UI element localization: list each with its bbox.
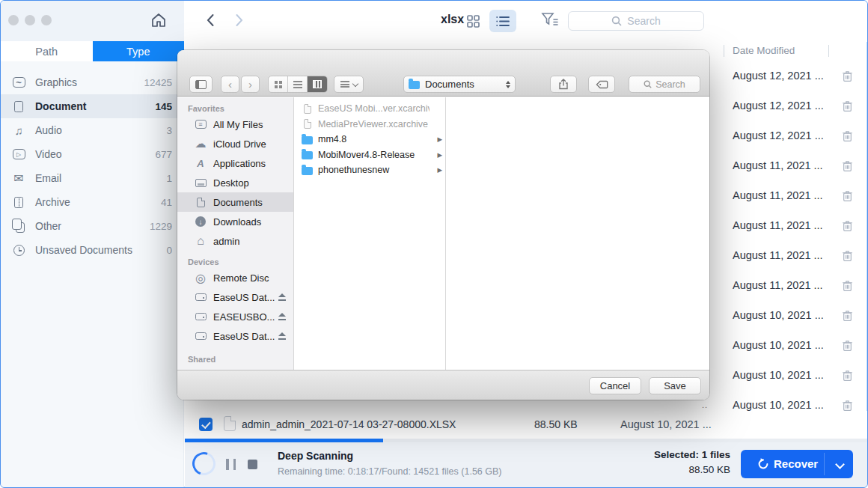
sidebar-item[interactable]: EaseUS Dat... (177, 326, 293, 346)
trash-icon[interactable] (842, 160, 853, 172)
dialog-file-row[interactable]: MobiMover4.8-Release ▶ (294, 147, 445, 163)
result-row[interactable]: .. August 10, 2021 ... (699, 302, 868, 332)
dialog-forward-button[interactable]: › (241, 76, 260, 93)
forward-icon[interactable] (230, 12, 247, 28)
stop-icon[interactable] (248, 460, 257, 469)
date-modified-cell: August 12, 2021 ... (733, 70, 824, 82)
result-row[interactable]: .. August 11, 2021 ... (699, 182, 868, 212)
file-type-item[interactable]: Archive 41 (1, 190, 184, 214)
column-view-button[interactable] (308, 76, 327, 92)
tab-type[interactable]: Type (93, 41, 185, 61)
selected-file-row[interactable]: admin_admin_2021-07-14 03-27-08000.XLSX … (185, 411, 868, 439)
window-minimize-button[interactable] (25, 15, 35, 25)
sidebar-item[interactable]: Documents (177, 192, 293, 212)
dialog-file-row[interactable]: phonethunesnew ▶ (294, 162, 445, 178)
trash-icon[interactable] (842, 340, 853, 352)
sidebar-item[interactable]: admin (177, 231, 293, 251)
result-row[interactable]: .. August 11, 2021 ... (699, 272, 868, 302)
sidebar-item[interactable]: EaseUS Dat... (177, 287, 293, 307)
trash-icon[interactable] (842, 70, 853, 82)
file-type-item[interactable]: Video 677 (1, 142, 184, 166)
sidebar-item[interactable]: iCloud Drive (177, 134, 293, 153)
trash-icon[interactable] (842, 130, 853, 142)
file-type-item[interactable]: Audio 3 (1, 118, 184, 142)
main-toolbar: xlsx Search (184, 1, 867, 42)
button-divider (824, 453, 825, 475)
sidebar-item[interactable]: Remote Disc (177, 268, 293, 287)
dialog-back-button[interactable]: ‹ (221, 76, 239, 93)
trash-icon[interactable] (842, 220, 853, 232)
date-modified-cell: August 10, 2021 ... (733, 309, 824, 321)
file-or-folder-icon (302, 167, 313, 175)
date-modified-cell: August 12, 2021 ... (733, 129, 824, 141)
sidebar-item[interactable]: Downloads (177, 212, 293, 231)
cancel-button[interactable]: Cancel (589, 377, 641, 394)
dialog-search-input[interactable]: Search (629, 76, 700, 93)
file-type-item[interactable]: Other 1229 (1, 214, 184, 238)
tag-button[interactable] (588, 76, 615, 93)
trash-icon[interactable] (842, 190, 853, 202)
sidebar-item-icon (195, 216, 206, 227)
search-input[interactable]: Search (568, 11, 704, 31)
back-icon[interactable] (203, 12, 219, 28)
pause-icon[interactable] (226, 459, 236, 470)
file-type-item[interactable]: Email 1 (1, 166, 184, 190)
share-button[interactable] (550, 76, 577, 93)
column-separator[interactable] (828, 45, 829, 57)
location-dropdown[interactable]: Documents (403, 76, 516, 93)
grid-view-icon[interactable] (459, 10, 486, 32)
trash-icon[interactable] (842, 280, 853, 292)
eject-icon[interactable] (278, 293, 286, 301)
trash-icon[interactable] (842, 310, 853, 322)
trash-icon[interactable] (842, 100, 853, 112)
result-row[interactable]: .. August 10, 2021 ... (699, 332, 868, 362)
filter-icon[interactable] (541, 11, 557, 28)
file-type-item[interactable]: Document 145 (1, 94, 184, 118)
result-row[interactable]: .. August 10, 2021 ... (699, 362, 868, 391)
arrange-button[interactable] (334, 76, 364, 93)
file-type-count: 1 (166, 173, 172, 184)
list-view-button[interactable] (288, 76, 308, 92)
dialog-file-row[interactable]: mm4.8 ▶ (294, 132, 445, 147)
checkbox-checked[interactable] (199, 418, 213, 431)
save-button[interactable]: Save (649, 377, 701, 394)
sidebar-item[interactable]: Desktop (177, 173, 293, 192)
icon-view-button[interactable] (269, 76, 288, 92)
chevron-down-icon[interactable] (835, 460, 845, 469)
dialog-file-row[interactable]: MediaPreViewer.xcarchive (294, 117, 445, 132)
home-icon[interactable] (150, 11, 168, 29)
result-row[interactable]: .. August 12, 2021 ... (699, 62, 868, 92)
sidebar-item[interactable]: All My Files (177, 115, 293, 134)
file-type-item[interactable]: Graphics 12425 (1, 70, 184, 94)
recover-icon (757, 458, 769, 470)
window-zoom-button[interactable] (41, 15, 52, 25)
eject-icon[interactable] (278, 313, 286, 320)
date-modified-cell: August 12, 2021 ... (733, 100, 824, 112)
result-row[interactable]: .. August 11, 2021 ... (699, 152, 868, 182)
window-close-button[interactable] (8, 15, 19, 25)
trash-icon[interactable] (842, 250, 853, 262)
result-row[interactable]: .. August 11, 2021 ... (699, 242, 868, 272)
sidebar-toggle-button[interactable] (189, 76, 213, 93)
status-bar: Deep Scanning Remaining time: 0:18:17/Fo… (185, 442, 868, 487)
dialog-file-row[interactable]: EaseUS Mobi...ver.xcarchive (294, 101, 445, 117)
result-row[interactable]: .. August 12, 2021 ... (699, 122, 868, 152)
shared-section-label: Shared (188, 355, 216, 364)
trash-icon[interactable] (842, 400, 853, 412)
list-view-icon[interactable] (489, 10, 516, 32)
sidebar-item-label: iCloud Drive (213, 138, 293, 150)
column-separator[interactable] (724, 45, 724, 57)
tab-path[interactable]: Path (1, 41, 93, 61)
trash-icon[interactable] (842, 370, 853, 382)
result-row[interactable]: .. August 11, 2021 ... (699, 212, 868, 242)
date-modified-cell: August 11, 2021 ... (733, 219, 823, 231)
file-type-item[interactable]: Unsaved Documents 0 (1, 238, 184, 262)
date-modified-header[interactable]: Date Modified (733, 45, 795, 56)
sidebar-item[interactable]: EASEUSBO... (177, 307, 293, 326)
recover-button[interactable]: Recover (741, 450, 853, 478)
eject-icon[interactable] (278, 332, 286, 340)
result-row[interactable]: .. August 12, 2021 ... (699, 92, 868, 122)
sidebar-item[interactable]: Applications (177, 153, 293, 173)
dialog-titlebar[interactable]: ‹ › Documents Search (177, 50, 709, 97)
search-placeholder: Search (627, 15, 660, 27)
